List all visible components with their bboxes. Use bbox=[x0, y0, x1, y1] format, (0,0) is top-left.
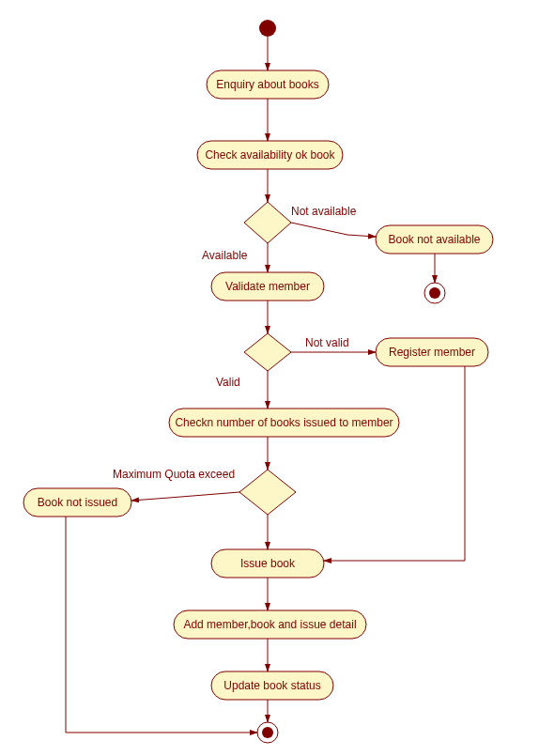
activity-diagram bbox=[0, 0, 539, 756]
edge-label-valid: Valid bbox=[216, 376, 254, 389]
svg-point-0 bbox=[429, 287, 440, 299]
label-check-books-issued: Checkn number of books issued to member bbox=[169, 416, 399, 429]
label-issue-book: Issue book bbox=[211, 557, 324, 570]
initial-node bbox=[259, 20, 276, 37]
label-update-status: Update book status bbox=[211, 679, 333, 692]
edge-label-not-valid: Not valid bbox=[305, 336, 362, 349]
decision-quota bbox=[239, 470, 296, 515]
edge-label-available: Available bbox=[202, 249, 258, 262]
label-enquiry: Enquiry about books bbox=[207, 78, 329, 91]
decision-member-valid bbox=[244, 333, 291, 371]
svg-point-1 bbox=[262, 727, 273, 738]
edge-label-quota-exceed: Maximum Quota exceed bbox=[113, 468, 244, 481]
decision-availability bbox=[244, 202, 291, 243]
label-add-details: Add member,book and issue detail bbox=[174, 618, 366, 631]
label-book-not-available: Book not available bbox=[376, 233, 493, 246]
label-register-member: Register member bbox=[376, 346, 488, 359]
label-validate-member: Validate member bbox=[211, 280, 324, 293]
label-book-not-issued: Book not issued bbox=[23, 496, 131, 509]
label-check-availability: Check availability ok book bbox=[197, 148, 343, 162]
edge-label-not-available: Not available bbox=[291, 205, 376, 218]
